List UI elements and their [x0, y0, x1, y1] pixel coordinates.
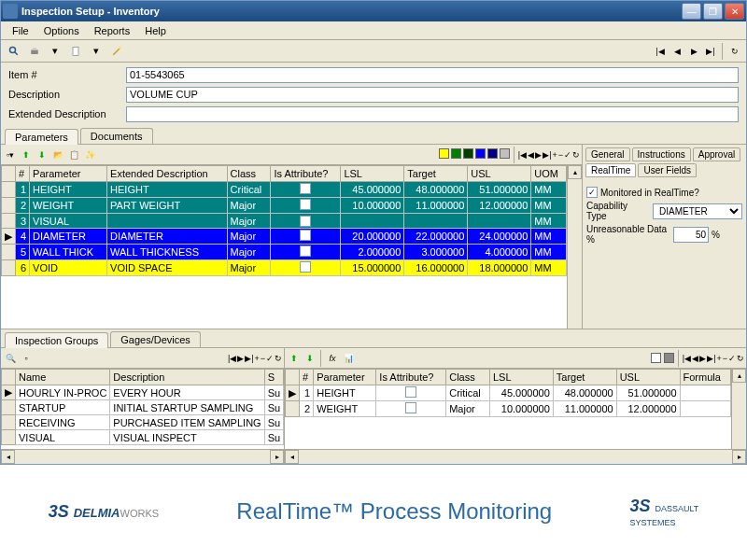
- gnav-first[interactable]: |◀: [518, 150, 527, 160]
- groups-new-icon[interactable]: ▫: [19, 351, 34, 366]
- col-header[interactable]: Extended Description: [107, 166, 228, 182]
- gp-row[interactable]: ▶1HEIGHTCritical45.00000048.00000051.000…: [286, 385, 731, 401]
- close-button[interactable]: ✕: [725, 3, 744, 20]
- param-row[interactable]: 5WALL THICKWALL THICKNESSMajor2.0000003.…: [2, 245, 567, 260]
- gnav-prev[interactable]: ◀: [528, 150, 534, 160]
- col-header[interactable]: USL: [468, 166, 531, 182]
- col-header[interactable]: Formula: [680, 370, 731, 385]
- print-icon[interactable]: [25, 42, 44, 61]
- col-header[interactable]: Class: [446, 370, 490, 385]
- gpn-next[interactable]: ▶: [699, 354, 706, 363]
- capability-select[interactable]: DIAMETER: [653, 203, 742, 219]
- color-swatch[interactable]: [487, 148, 498, 159]
- gnav-next[interactable]: ▶: [535, 150, 542, 160]
- gpn-ref[interactable]: ↻: [737, 354, 744, 363]
- fx-icon[interactable]: fx: [325, 351, 340, 366]
- minimize-button[interactable]: —: [682, 3, 701, 20]
- gpn-first[interactable]: |◀: [683, 354, 691, 363]
- clipboard-icon[interactable]: [66, 42, 85, 61]
- col-header[interactable]: Class: [227, 166, 271, 182]
- wizard-icon[interactable]: [107, 42, 126, 61]
- item-input[interactable]: [126, 67, 739, 83]
- gn-first[interactable]: |◀: [228, 354, 236, 363]
- col-header[interactable]: #: [300, 370, 314, 385]
- gp-up-icon[interactable]: ⬆: [287, 351, 302, 366]
- color-swatch[interactable]: [475, 148, 486, 159]
- param-row[interactable]: ▶4DIAMETERDIAMETERMajor20.00000022.00000…: [2, 229, 567, 245]
- param-row[interactable]: 1HEIGHTHEIGHTCritical45.00000048.0000005…: [2, 182, 567, 198]
- gp-hscroll[interactable]: ◂▸: [285, 449, 746, 464]
- unreason-input[interactable]: [673, 227, 709, 243]
- gn-last[interactable]: ▶|: [245, 354, 253, 363]
- group-row[interactable]: VISUALVISUAL INSPECTSu: [2, 430, 284, 445]
- gnav-add[interactable]: +: [552, 150, 557, 160]
- gpn-del[interactable]: −: [723, 354, 727, 363]
- gn-add[interactable]: +: [255, 354, 260, 363]
- gpn-last[interactable]: ▶|: [707, 354, 715, 363]
- tab-documents[interactable]: Documents: [80, 128, 153, 144]
- tab-general[interactable]: General: [585, 147, 630, 161]
- nav-next-icon[interactable]: ▶: [686, 44, 701, 59]
- param-row[interactable]: 6VOIDVOID SPACEMajor15.00000016.00000018…: [2, 260, 567, 276]
- groups-hscroll[interactable]: ◂▸: [1, 449, 284, 464]
- dropdown-icon[interactable]: ▾: [46, 42, 64, 61]
- col-header[interactable]: USL: [616, 370, 680, 385]
- col-header[interactable]: Target: [404, 166, 468, 182]
- color-swatch[interactable]: [463, 148, 473, 159]
- col-header[interactable]: LSL: [341, 166, 404, 182]
- groups-search-icon[interactable]: 🔍: [3, 351, 18, 366]
- gn-ref[interactable]: ↻: [275, 354, 282, 363]
- gpn-ok[interactable]: ✓: [728, 354, 736, 363]
- gnav-ok[interactable]: ✓: [564, 150, 571, 160]
- gp-vscroll[interactable]: ▴: [731, 369, 746, 449]
- gp-row[interactable]: 2WEIGHTMajor10.00000011.00000012.000000: [286, 401, 731, 417]
- gnav-del[interactable]: −: [558, 150, 563, 160]
- col-header[interactable]: Is Attribute?: [271, 166, 341, 182]
- group-row[interactable]: RECEIVINGPURCHASED ITEM SAMPLINGSu: [2, 415, 284, 430]
- refresh-icon[interactable]: ↻: [727, 44, 742, 59]
- gn-ok[interactable]: ✓: [266, 354, 274, 363]
- nav-first-icon[interactable]: |◀: [653, 44, 668, 59]
- monitored-checkbox[interactable]: ✓: [586, 187, 598, 198]
- col-header[interactable]: Parameter: [30, 166, 107, 182]
- gpn-prev[interactable]: ◀: [692, 354, 698, 363]
- dropdown-icon-2[interactable]: ▾: [87, 42, 106, 61]
- group-row[interactable]: ▶HOURLY IN-PROCEVERY HOURSu: [2, 385, 284, 400]
- up-icon[interactable]: ⬆: [19, 147, 34, 162]
- ext-desc-input[interactable]: [126, 106, 739, 122]
- color-swatch[interactable]: [500, 148, 510, 159]
- color-white[interactable]: [651, 353, 661, 363]
- col-header[interactable]: S: [264, 370, 283, 385]
- search-icon[interactable]: [5, 42, 23, 61]
- nav-last-icon[interactable]: ▶|: [703, 44, 718, 59]
- color-swatch[interactable]: [439, 148, 449, 159]
- tab-gages[interactable]: Gages/Devices: [110, 331, 201, 347]
- param-row[interactable]: 3VISUALMajor✓MM: [2, 214, 567, 229]
- maximize-button[interactable]: ❐: [703, 3, 723, 20]
- menu-file[interactable]: File: [5, 23, 36, 38]
- menu-help[interactable]: Help: [137, 23, 174, 38]
- wizard2-icon[interactable]: ✨: [82, 147, 97, 162]
- tab-userfields[interactable]: User Fields: [638, 163, 697, 177]
- gnav-cancel[interactable]: ↻: [572, 150, 580, 160]
- tab-inspection-groups[interactable]: Inspection Groups: [5, 332, 108, 348]
- tab-instructions[interactable]: Instructions: [632, 147, 691, 161]
- color-gray[interactable]: [664, 353, 674, 363]
- tab-realtime[interactable]: RealTime: [585, 163, 636, 177]
- tab-approval[interactable]: Approval: [693, 147, 740, 161]
- group-params-grid-wrapper[interactable]: #ParameterIs Attribute?ClassLSLTargetUSL…: [285, 369, 746, 449]
- col-header[interactable]: #: [16, 166, 30, 182]
- open-icon[interactable]: 📂: [50, 147, 65, 162]
- menu-options[interactable]: Options: [36, 23, 87, 38]
- col-header[interactable]: Parameter: [314, 370, 376, 385]
- params-grid-wrapper[interactable]: #ParameterExtended DescriptionClassIs At…: [1, 165, 582, 329]
- menu-reports[interactable]: Reports: [87, 23, 138, 38]
- col-header[interactable]: Is Attribute?: [376, 370, 446, 385]
- nav-prev-icon[interactable]: ◀: [669, 44, 684, 59]
- gpn-add[interactable]: +: [716, 354, 721, 363]
- color-swatch[interactable]: [451, 148, 461, 159]
- groups-grid-wrapper[interactable]: NameDescriptionS▶HOURLY IN-PROCEVERY HOU…: [1, 369, 284, 449]
- col-header[interactable]: LSL: [489, 370, 553, 385]
- gnav-last[interactable]: ▶|: [543, 150, 551, 160]
- gp-down-icon[interactable]: ⬇: [303, 351, 317, 366]
